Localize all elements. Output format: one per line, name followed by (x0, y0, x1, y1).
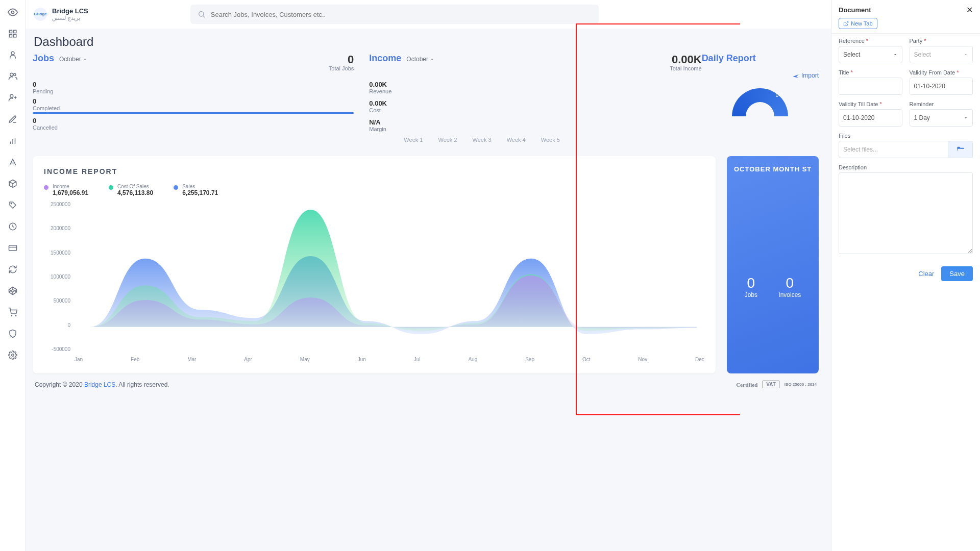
svg-rect-3 (9, 35, 12, 37)
title-label: Title * (839, 69, 902, 76)
close-icon[interactable]: ✕ (966, 5, 973, 15)
total-income-label: Total Income (670, 65, 701, 71)
cost-value: 0.00K (369, 99, 391, 107)
svg-point-8 (10, 94, 13, 97)
package-icon[interactable] (8, 179, 18, 189)
gear-icon[interactable] (8, 350, 18, 360)
total-jobs-label: Total Jobs (329, 65, 354, 71)
jobs-month-selector[interactable]: October (59, 56, 87, 63)
user-icon[interactable] (8, 50, 18, 60)
brand-name: Bridge LCS (52, 8, 88, 15)
users-icon[interactable] (8, 71, 18, 82)
font-icon[interactable] (8, 157, 18, 167)
income-month-selector[interactable]: October (406, 56, 434, 63)
reminder-label: Reminder (910, 101, 973, 107)
validity-till-input[interactable]: 01-10-2020 (839, 109, 902, 127)
svg-point-5 (11, 52, 14, 55)
total-jobs-value: 0 (329, 53, 354, 66)
month-invoices-label: Invoices (778, 291, 801, 298)
refresh-icon[interactable] (8, 264, 18, 274)
shield-icon[interactable] (8, 329, 18, 339)
files-input[interactable]: Select files... (839, 141, 948, 158)
legend-item: Income1,679,056.91 (44, 184, 88, 196)
clear-button[interactable]: Clear (918, 270, 934, 278)
completed-label: Completed (33, 105, 354, 111)
reminder-select[interactable]: 1 Day (910, 109, 973, 127)
daily-card: Daily Report Import 0-3 (702, 53, 819, 143)
search-input[interactable] (211, 11, 592, 18)
save-button[interactable]: Save (941, 266, 973, 281)
footer: Copyright © 2020 Bridge LCS. All rights … (33, 373, 819, 390)
svg-point-0 (11, 11, 14, 14)
svg-line-26 (203, 16, 205, 17)
chevron-down-icon (963, 52, 968, 57)
document-panel: Document ✕ New Tab Reference * Select Pa… (831, 0, 980, 551)
month-jobs-label: Jobs (745, 291, 757, 298)
legend-item: Cost Of Sales4,576,113.80 (109, 184, 153, 196)
revenue-value: 0.00K (369, 81, 391, 88)
footer-link[interactable]: Bridge LCS (84, 381, 115, 388)
revenue-label: Revenue (369, 88, 391, 94)
description-textarea[interactable] (839, 172, 973, 254)
income-report-title: INCOME REPORT (44, 167, 704, 176)
edit-icon[interactable] (8, 114, 18, 124)
dashboard-icon[interactable] (8, 29, 18, 39)
svg-rect-1 (9, 30, 12, 33)
chevron-down-icon (893, 52, 898, 57)
user-plus-icon[interactable] (8, 93, 18, 103)
new-tab-button[interactable]: New Tab (839, 18, 877, 29)
svg-point-23 (15, 315, 16, 316)
pending-value: 0 (33, 81, 354, 88)
brand-logo: Bridge (34, 8, 47, 21)
validity-from-label: Validity From Date * (910, 69, 973, 76)
svg-point-6 (10, 73, 13, 76)
margin-value: N/A (369, 118, 391, 126)
certified-badge: Certified (736, 382, 757, 388)
chevron-down-icon (83, 57, 87, 62)
description-label: Description (839, 164, 973, 170)
income-card: Income October 0.00K Total Income 0.00KR… (367, 53, 701, 143)
svg-rect-2 (13, 30, 16, 33)
vat-badge: VAT (763, 381, 779, 388)
legend-item: Sales6,255,170.71 (174, 184, 218, 196)
pending-label: Pending (33, 88, 354, 94)
gauge-chart: 0-3 (732, 88, 788, 116)
codepen-icon[interactable] (8, 286, 18, 296)
title-input[interactable] (839, 78, 902, 95)
brand-subtitle: بريدج لسس (52, 15, 88, 21)
income-title: Income (369, 53, 401, 64)
files-browse-button[interactable] (948, 141, 973, 158)
svg-rect-17 (9, 245, 16, 251)
plane-icon (792, 72, 799, 79)
svg-point-25 (199, 12, 203, 16)
month-jobs-value: 0 (745, 275, 757, 291)
external-link-icon (843, 21, 849, 27)
validity-till-label: Validity Till Date * (839, 101, 902, 107)
chevron-down-icon (430, 57, 434, 62)
svg-point-22 (11, 315, 12, 316)
party-label: Party * (910, 38, 973, 44)
party-select[interactable]: Select (910, 46, 973, 63)
daily-title: Daily Report (702, 53, 819, 64)
topbar: Bridge Bridge LCS بريدج لسس (26, 0, 831, 29)
search-box[interactable] (190, 5, 599, 24)
month-stat-card: OCTOBER MONTH STAT 0Jobs 0Invoices (727, 156, 819, 373)
clock-icon[interactable] (8, 221, 18, 232)
reference-select[interactable]: Select (839, 46, 902, 63)
tag-icon[interactable] (8, 200, 18, 210)
import-button[interactable]: Import (702, 72, 819, 79)
credit-card-icon[interactable] (8, 243, 18, 253)
svg-line-27 (846, 21, 848, 24)
bar-chart-icon[interactable] (8, 136, 18, 146)
cost-label: Cost (369, 107, 391, 113)
validity-from-input[interactable]: 01-10-2020 (910, 78, 973, 95)
files-label: Files (839, 133, 973, 139)
eye-icon[interactable] (8, 7, 18, 17)
cart-icon[interactable] (8, 307, 18, 317)
sidebar (0, 0, 26, 551)
panel-title: Document (839, 6, 871, 14)
cancelled-label: Cancelled (33, 124, 354, 131)
svg-rect-4 (13, 35, 16, 37)
cancelled-value: 0 (33, 117, 354, 124)
jobs-title: Jobs (33, 53, 54, 64)
